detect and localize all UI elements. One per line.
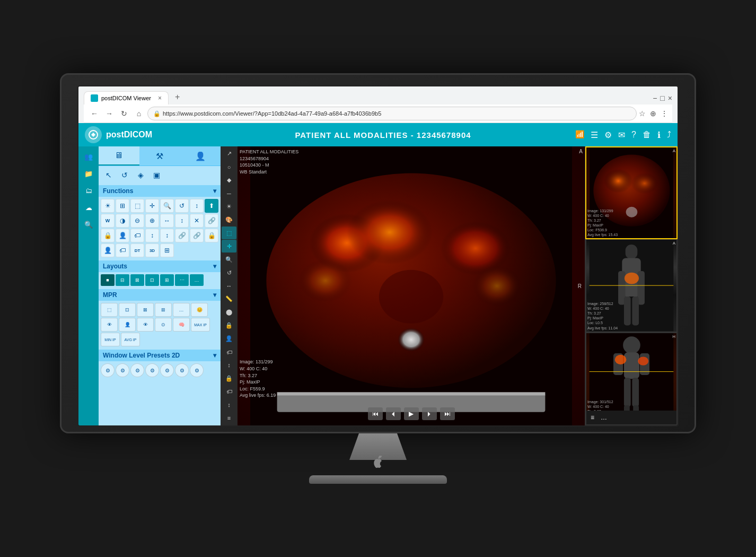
win-close-btn[interactable]: × (668, 94, 672, 102)
mpr-face5-btn[interactable]: ⊙ (155, 318, 172, 332)
layouts-collapse-icon[interactable]: ▾ (213, 263, 216, 270)
mpr-1-btn[interactable]: ⬚ (101, 303, 118, 317)
ts-lock-btn[interactable]: 🔒 (222, 319, 236, 332)
settings-icon[interactable]: ⚙ (604, 130, 612, 140)
crosshair-tool[interactable]: ✛ (145, 199, 159, 213)
ts-wl-btn[interactable]: ☀ (222, 201, 236, 213)
window-tool[interactable]: W (101, 214, 115, 228)
ts-scroll3-btn[interactable]: ↕ (222, 398, 236, 411)
back-btn[interactable]: ← (88, 107, 101, 120)
mip-avg-btn[interactable]: AVG IP (121, 333, 140, 346)
move-tool[interactable]: ↕ (145, 229, 159, 242)
mpr-collapse-icon[interactable]: ▾ (213, 291, 216, 299)
tab-close-btn[interactable]: × (158, 94, 162, 102)
link3-tool[interactable]: 🔗 (190, 229, 204, 242)
ts-scrollbar-btn[interactable]: ≡ (222, 412, 236, 424)
wl-preset-3[interactable]: ⚙ (130, 363, 144, 377)
contrast-tool[interactable]: ◑ (116, 214, 129, 228)
home-btn[interactable]: ⌂ (133, 107, 145, 120)
mpr-3-btn[interactable]: ⊠ (137, 303, 154, 317)
play-first-btn[interactable]: ⏮ (368, 407, 383, 420)
thumbnail-3[interactable]: H Image: 301/512 W: 400 C: 40 Th: 3.27 P… (585, 333, 678, 425)
mpr-brain-btn[interactable]: 🧠 (173, 318, 190, 332)
new-tab-btn[interactable]: + (171, 90, 184, 105)
mail-icon[interactable]: ✉ (618, 130, 625, 140)
link-tool[interactable]: 🔗 (205, 214, 218, 228)
mpr-more-btn[interactable]: … (173, 303, 190, 317)
wl-preset-2[interactable]: ⚙ (116, 363, 129, 377)
mpr-section-header[interactable]: MPR ▾ (99, 289, 221, 301)
mpr-4-btn[interactable]: ⊞ (155, 303, 172, 317)
delete-btn[interactable]: ▣ (150, 168, 163, 182)
thumbnail-1[interactable]: A Image: 131/299 W: 400 C: 40 Th: 3.27 P… (585, 146, 678, 239)
address-bar[interactable]: 🔒 https://www.postdicom.com/Viewer/?App=… (147, 107, 637, 120)
wl-preset-5[interactable]: ⚙ (160, 363, 174, 377)
sidebar-users-btn[interactable]: 👥 (80, 149, 98, 164)
ts-search-btn[interactable]: 🔍 (222, 253, 236, 266)
grid-tool[interactable]: ⊞ (116, 199, 129, 213)
zoom-out-tool[interactable]: ⊖ (130, 214, 144, 228)
eraser-tool[interactable]: ✕ (190, 214, 204, 228)
mip-max-btn[interactable]: MAX IP (191, 318, 210, 332)
label-tool[interactable]: 🏷 (130, 229, 144, 242)
layout-1x1-btn[interactable]: ■ (101, 274, 115, 286)
wl-presets-collapse-icon[interactable]: ▾ (213, 352, 216, 359)
up-tool[interactable]: ⬆ (205, 199, 218, 213)
ts-person-btn[interactable]: 👤 (222, 333, 236, 345)
list-icon[interactable]: ☰ (591, 130, 598, 140)
clear-btn[interactable]: ◈ (134, 168, 147, 182)
win-minimize-btn[interactable]: − (653, 94, 657, 102)
tab-tools[interactable]: ⚒ (139, 146, 180, 166)
layout-3x3-btn[interactable]: ⋯ (175, 274, 189, 286)
ts-label-btn[interactable]: 🏷 (222, 385, 236, 398)
bookmark-btn[interactable]: ☆ (639, 109, 646, 118)
ts-rotate-btn[interactable]: ↺ (222, 266, 236, 279)
export-icon[interactable]: ⤴ (667, 130, 671, 140)
sidebar-folder-btn[interactable]: 📁 (80, 166, 98, 181)
layouts-section-header[interactable]: Layouts ▾ (99, 260, 221, 272)
profile-btn[interactable]: ⊕ (650, 109, 656, 118)
play-prev-btn[interactable]: ⏴ (386, 407, 401, 420)
thumbnail-2[interactable]: A Image: 258/512 W: 400 C: 40 Th: 3.27 P… (585, 239, 678, 332)
browser-tab-active[interactable]: postDICOM Viewer × (84, 91, 169, 105)
refresh-btn[interactable]: ↻ (118, 107, 130, 120)
wifi-icon[interactable]: 📶 (575, 130, 584, 140)
rect-tool[interactable]: ⬚ (130, 199, 144, 213)
grid2-tool[interactable]: ⊞ (160, 243, 174, 257)
zoom-in-tool[interactable]: ⊕ (145, 214, 159, 228)
functions-collapse-icon[interactable]: ▾ (213, 187, 216, 195)
rotate-tool[interactable]: ↺ (175, 199, 189, 213)
ts-pan-btn[interactable]: ↔ (222, 280, 236, 292)
menu-btn[interactable]: ⋮ (661, 109, 668, 118)
ts-tag-btn[interactable]: 🏷 (222, 346, 236, 359)
win-maximize-btn[interactable]: □ (660, 94, 664, 102)
link2-tool[interactable]: 🔗 (175, 229, 189, 242)
panel-menu-btn[interactable]: ≡ (588, 413, 596, 422)
mpr-face2-btn[interactable]: 👁 (101, 318, 118, 332)
wl-preset-6[interactable]: ⚙ (175, 363, 189, 377)
layout-1x3-btn[interactable]: ⊠ (130, 274, 144, 286)
wl-presets-section-header[interactable]: Window Level Presets 2D ▾ (99, 350, 221, 361)
3d-tool[interactable]: 3D (145, 243, 159, 257)
wl-preset-7[interactable]: ⚙ (190, 363, 204, 377)
mpr-face1-btn[interactable]: 😊 (191, 303, 208, 317)
wl-preset-4[interactable]: ⚙ (145, 363, 159, 377)
lock-tool[interactable]: 🔒 (101, 229, 115, 242)
tab-monitor[interactable]: 🖥 (99, 146, 139, 166)
lock2-tool[interactable]: 🔒 (205, 229, 218, 242)
panel-more-btn[interactable]: … (599, 413, 609, 422)
play-next-btn[interactable]: ⏵ (422, 407, 437, 420)
undo-btn[interactable]: ↺ (118, 168, 131, 182)
zoom-tool[interactable]: 🔍 (160, 199, 174, 213)
forward-btn[interactable]: → (103, 107, 116, 120)
ts-rect-btn[interactable]: ⬚ (222, 227, 236, 239)
scroll-tool[interactable]: ↕ (190, 199, 204, 213)
layout-more-btn[interactable]: … (190, 274, 204, 286)
info-icon[interactable]: ℹ (657, 130, 661, 140)
mpr-2-btn[interactable]: ⊡ (119, 303, 136, 317)
ts-circle-btn[interactable]: ○ (222, 161, 236, 173)
collapse-h-tool[interactable]: ↕ (160, 229, 174, 242)
person2-tool[interactable]: 👤 (101, 243, 115, 257)
tag-tool[interactable]: 🏷 (116, 243, 129, 257)
brightness-tool[interactable]: ☀ (101, 199, 115, 213)
